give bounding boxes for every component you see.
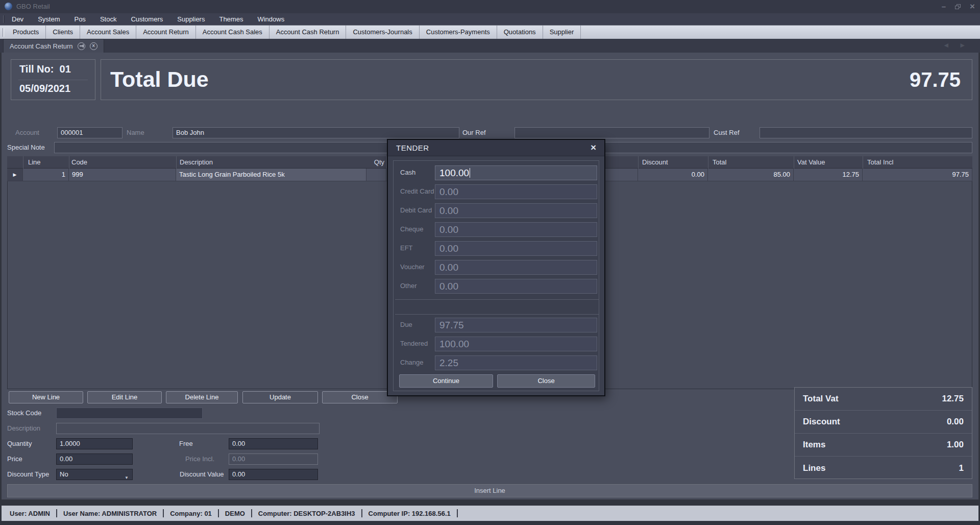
cheque-label: Cheque <box>400 222 436 236</box>
menu-item-windows[interactable]: Windows <box>250 13 291 25</box>
menu-item-system[interactable]: System <box>31 13 67 25</box>
status-computer: Computer: DESKTOP-2AB3IH3 <box>258 510 355 517</box>
new-line-button[interactable]: New Line <box>9 391 83 403</box>
col-header-line: Line <box>28 156 41 169</box>
close-icon[interactable]: × <box>970 0 975 13</box>
cell-qty <box>366 169 386 181</box>
menu-item-suppliers[interactable]: Suppliers <box>170 13 212 25</box>
stock-code-input[interactable] <box>56 408 203 419</box>
insert-line-button[interactable]: Insert Line <box>7 484 972 497</box>
voucher-label: Voucher <box>400 260 436 274</box>
chevron-down-icon: ▼ <box>125 473 129 483</box>
tab-close-icon[interactable]: × <box>90 42 97 50</box>
toolbar-tab-products[interactable]: Products <box>6 26 46 39</box>
credit-card-label: Credit Card <box>400 184 436 199</box>
cust-ref-input[interactable] <box>760 127 972 138</box>
cell-total-incl: 97.75 <box>863 169 972 181</box>
status-user: User: ADMIN <box>10 510 50 517</box>
tender-separator-1 <box>395 299 599 300</box>
discount-value-input[interactable]: 0.00 <box>229 469 318 480</box>
free-input[interactable]: 0.00 <box>229 438 318 449</box>
total-due-title: Total Due <box>110 67 209 92</box>
cheque-input[interactable]: 0.00 <box>435 222 597 237</box>
items-row: Items 1.00 <box>795 434 972 457</box>
minimize-icon[interactable]: – <box>942 0 946 13</box>
col-header-qty: Qty <box>357 156 384 169</box>
stock-code-label: Stock Code <box>7 408 41 419</box>
credit-card-input[interactable]: 0.00 <box>435 184 597 199</box>
delete-line-button[interactable]: Delete Line <box>166 391 238 403</box>
toolbar-tab-customers-payments[interactable]: Customers-Payments <box>420 26 497 39</box>
menu-item-pos[interactable]: Pos <box>67 13 92 25</box>
row-marker-icon: ▶ <box>7 169 23 181</box>
total-due-box: Total Due 97.75 <box>101 59 972 100</box>
status-company: Company: 01 <box>170 510 212 517</box>
restore-icon[interactable] <box>955 4 961 9</box>
tendered-label: Tendered <box>400 337 436 351</box>
cell-line: 1 <box>23 169 69 181</box>
price-incl-input[interactable]: 0.00 <box>229 454 318 465</box>
quantity-input[interactable]: 1.0000 <box>56 438 133 449</box>
col-header-vat-value: Vat Value <box>797 156 825 169</box>
tab-scroll-right-icon[interactable]: ▶ <box>961 42 965 49</box>
toolbar-tab-account-cash-return[interactable]: Account Cash Return <box>270 26 347 39</box>
change-field: 2.25 <box>435 355 597 370</box>
discount-type-label: Discount Type <box>7 469 49 480</box>
tab-scroll-left-icon[interactable]: ◀ <box>944 42 948 49</box>
continue-button[interactable]: Continue <box>399 374 493 388</box>
toolbar-tab-clients[interactable]: Clients <box>46 26 80 39</box>
debit-card-input[interactable]: 0.00 <box>435 203 597 218</box>
cell-total: 85.00 <box>708 169 794 181</box>
discount-type-select[interactable]: No ▼ <box>56 469 133 480</box>
tender-title: TENDER <box>396 140 429 156</box>
toolbar-tab-account-sales[interactable]: Account Sales <box>80 26 136 39</box>
eft-input[interactable]: 0.00 <box>435 241 597 256</box>
other-input[interactable]: 0.00 <box>435 279 597 294</box>
our-ref-input[interactable] <box>514 127 709 138</box>
window-title: GBO Retail <box>16 0 50 13</box>
cust-ref-label: Cust Ref <box>714 127 740 138</box>
toolbar-tab-account-cash-sales[interactable]: Account Cash Sales <box>196 26 270 39</box>
cell-description: Tastic Long Grain Parboiled Rice 5k <box>176 169 366 181</box>
edit-line-button[interactable]: Edit Line <box>87 391 162 403</box>
pin-icon[interactable] <box>78 42 85 50</box>
toolbar-tab-account-return[interactable]: Account Return <box>136 26 196 39</box>
menu-item-stock[interactable]: Stock <box>93 13 124 25</box>
tab-account-cash-return[interactable]: Account Cash Return × <box>3 39 104 53</box>
toolbar-tab-customers-journals[interactable]: Customers-Journals <box>346 26 419 39</box>
menu-item-themes[interactable]: Themes <box>212 13 250 25</box>
till-date: 05/09/2021 <box>19 83 70 94</box>
due-label: Due <box>400 318 436 332</box>
menu-bar: Dev System Pos Stock Customers Suppliers… <box>0 13 980 25</box>
update-button[interactable]: Update <box>242 391 318 403</box>
status-demo: DEMO <box>225 510 245 517</box>
toolbar-grip <box>3 28 4 37</box>
status-bar: User: ADMIN User Name: ADMINISTRATOR Com… <box>2 506 978 521</box>
cell-discount: 0.00 <box>638 169 708 181</box>
account-label: Account <box>15 127 39 138</box>
window-controls: – × <box>942 0 975 13</box>
menu-item-customers[interactable]: Customers <box>124 13 170 25</box>
tender-title-bar[interactable]: TENDER × <box>388 140 604 156</box>
tender-separator-2 <box>395 314 599 315</box>
name-input[interactable]: Bob John <box>173 127 459 138</box>
lines-row: Lines 1 <box>795 457 972 480</box>
account-input[interactable]: 000001 <box>57 127 122 138</box>
tender-close-icon[interactable]: × <box>591 142 596 153</box>
cell-code: 999 <box>69 169 176 181</box>
tender-close-button[interactable]: Close <box>497 374 595 388</box>
price-label: Price <box>7 454 22 465</box>
discount-label: Discount <box>803 417 840 427</box>
toolbar-tab-quotations[interactable]: Quotations <box>497 26 543 39</box>
price-input[interactable]: 0.00 <box>56 454 133 465</box>
toolbar-tab-supplier[interactable]: Supplier <box>543 26 581 39</box>
toolbar-tab-strip: Products Clients Account Sales Account R… <box>0 25 980 39</box>
voucher-input[interactable]: 0.00 <box>435 260 597 275</box>
lines-label: Lines <box>803 463 825 473</box>
description-input[interactable] <box>56 423 320 434</box>
close-button[interactable]: Close <box>322 391 398 403</box>
menu-item-dev[interactable]: Dev <box>5 13 31 25</box>
app-icon <box>5 3 12 10</box>
cash-input[interactable]: 100.00 <box>435 165 597 180</box>
debit-card-label: Debit Card <box>400 203 436 218</box>
